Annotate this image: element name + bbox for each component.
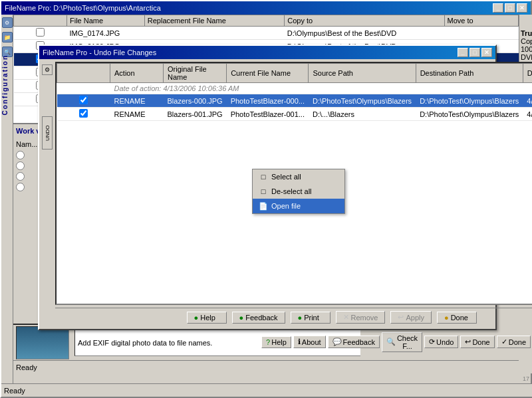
about-button[interactable]: ℹ About	[293, 336, 326, 348]
undo-col-source: Source Path	[309, 64, 416, 83]
main-window: FileName Pro: D:\PhotoTest\Olympus\Antar…	[0, 0, 532, 398]
status-text-bottom: Ready	[4, 387, 25, 395]
main-title-bar: FileName Pro: D:\PhotoTest\Olympus\Antar…	[1, 1, 531, 15]
thumbnail-preview	[16, 326, 69, 359]
undo-cell-source: D:\PhotoTest\Olympus\Blazers	[309, 94, 416, 108]
minimize-button[interactable]: _	[493, 3, 503, 13]
undo-table-row[interactable]: RENAME Blazers-001.JPG PhotoTestBlazer-0…	[57, 108, 533, 121]
undo-cell-datetime: 4/13/2006 10:06:36 AM	[523, 94, 532, 108]
undo-dialog-title: FileName Pro - Undo File Changes	[43, 49, 156, 56]
undo-feedback-button[interactable]: ● Feedback	[232, 312, 285, 324]
undo-apply-button[interactable]: ↩ Apply	[390, 311, 432, 324]
undo-cell-current: PhotoTestBlazer-001...	[227, 108, 309, 121]
sidebar-label: Configuration	[1, 54, 9, 116]
cell-moveto	[444, 27, 518, 40]
sidebar-icon-2[interactable]: 📁	[2, 32, 13, 43]
undo-cell-dest: D:\PhotoTest\Olympus\Blazers	[416, 94, 523, 108]
sidebar-icon-1[interactable]: ⚙	[2, 17, 13, 28]
undo-table-row[interactable]: RENAME Blazers-000.JPG PhotoTestBlazer-0…	[57, 94, 533, 108]
col-copyto: Copy to	[285, 15, 444, 27]
undo-cell-datetime: 4/13/2006 10:06:36 AM	[523, 108, 532, 121]
undo-cell-source: D:\...\Blazers	[309, 108, 416, 121]
undo-help-button[interactable]: ● Help	[187, 312, 227, 324]
undo-cell-original: Blazers-001.JPG	[164, 108, 227, 121]
main-window-title: FileName Pro: D:\PhotoTest\Olympus\Antar…	[5, 4, 161, 12]
status-text-main: Ready	[16, 363, 37, 371]
cell-replacement	[144, 27, 285, 40]
right-panel-100: 100	[521, 45, 532, 53]
undo-cell-action: RENAME	[110, 94, 164, 108]
status-bar-main: Ready	[13, 360, 519, 373]
undo-table: Action Original File Name Current File N…	[57, 63, 532, 121]
undo-cell-dest: D:\PhotoTest\Olympus\Blazers	[416, 108, 523, 121]
undo-footer: ● Help ● Feedback ● Print ✕ Remove ↩ App…	[55, 308, 532, 326]
close-button[interactable]: ✕	[517, 3, 527, 13]
update-button[interactable]: ⟳ Undo	[424, 336, 458, 348]
undo-date-text: Date of action: 4/13/2006 10:06:36 AM	[110, 83, 533, 94]
undo-remove-button[interactable]: ✕ Remove	[336, 311, 386, 324]
undo-minimize[interactable]: _	[458, 48, 468, 57]
undo-col-datetime: Date/Time of action	[523, 64, 532, 83]
undo-sidebar-icon-1[interactable]: ⚙	[42, 64, 53, 75]
undo-col-check	[57, 64, 110, 83]
context-open-file-icon: 📄	[258, 201, 269, 211]
status-bar-bottom: Ready	[1, 383, 532, 397]
undo-col-current: Current File Name	[227, 64, 309, 83]
context-select-all-icon: □	[258, 171, 269, 182]
undo-date-row: Date of action: 4/13/2006 10:06:36 AM	[57, 83, 533, 94]
undo-title-bar: FileName Pro - Undo File Changes _ □ ✕	[39, 46, 495, 59]
right-panel-dvd: DVD	[521, 53, 532, 61]
right-panel-true: True	[521, 29, 532, 37]
undo-row-checkbox[interactable]	[79, 96, 88, 104]
undo-cell-current: PhotoTestBlazer-000...	[227, 94, 309, 108]
checkf-button[interactable]: 🔍 Check F...	[382, 332, 422, 352]
undo-button-main[interactable]: ↩ Done	[460, 336, 494, 348]
undo-close[interactable]: ✕	[481, 48, 492, 57]
row-checkbox[interactable]	[36, 28, 45, 37]
page-number: 17	[523, 375, 529, 382]
undo-row-checkbox[interactable]	[79, 109, 88, 118]
undo-window-controls: _ □ ✕	[458, 48, 492, 57]
main-window-controls: _ □ ✕	[493, 3, 527, 13]
context-menu: □ Select all □ De-select all 📄 Open file	[252, 169, 345, 214]
undo-done-button[interactable]: ● Done	[437, 312, 477, 324]
context-open-file[interactable]: 📄 Open file	[253, 199, 344, 213]
undo-sidebar: ⚙ UNDO	[42, 62, 53, 326]
maximize-button[interactable]: □	[505, 3, 515, 13]
undo-cell-original: Blazers-000.JPG	[164, 94, 227, 108]
col-check	[14, 15, 67, 27]
undo-col-dest: Destination Path	[416, 64, 523, 83]
table-row[interactable]: IMG_0174.JPG D:\Olympus\Best of the Best…	[14, 27, 519, 40]
context-deselect-all-icon: □	[258, 186, 269, 197]
cell-copyto: D:\Olympus\Best of the Best\DVD	[285, 27, 444, 40]
context-select-all[interactable]: □ Select all	[253, 169, 344, 184]
undo-col-action: Action	[110, 64, 164, 83]
undo-maximize[interactable]: □	[469, 48, 480, 57]
cell-filename: IMG_0174.JPG	[67, 27, 145, 40]
col-moveto: Move to	[444, 15, 518, 27]
col-replacement: Replacement File Name	[144, 15, 285, 27]
left-sidebar: ⚙ 📁 🔍 Configuration	[1, 15, 13, 387]
help-button-bottom[interactable]: ? Help	[261, 336, 291, 348]
col-filename: File Name	[67, 15, 145, 27]
context-deselect-all[interactable]: □ De-select all	[253, 184, 344, 199]
undo-sidebar-label: UNDO	[42, 116, 53, 149]
right-panel-copy: Copy	[521, 37, 532, 45]
done-button-main[interactable]: ✓ Done	[497, 336, 531, 348]
undo-print-button[interactable]: ● Print	[291, 312, 331, 324]
undo-col-original: Original File Name	[164, 64, 227, 83]
undo-dialog: FileName Pro - Undo File Changes _ □ ✕ ⚙…	[38, 45, 497, 330]
undo-cell-action: RENAME	[110, 108, 164, 121]
feedback-button-bottom[interactable]: 💬 Feedback	[328, 336, 380, 348]
